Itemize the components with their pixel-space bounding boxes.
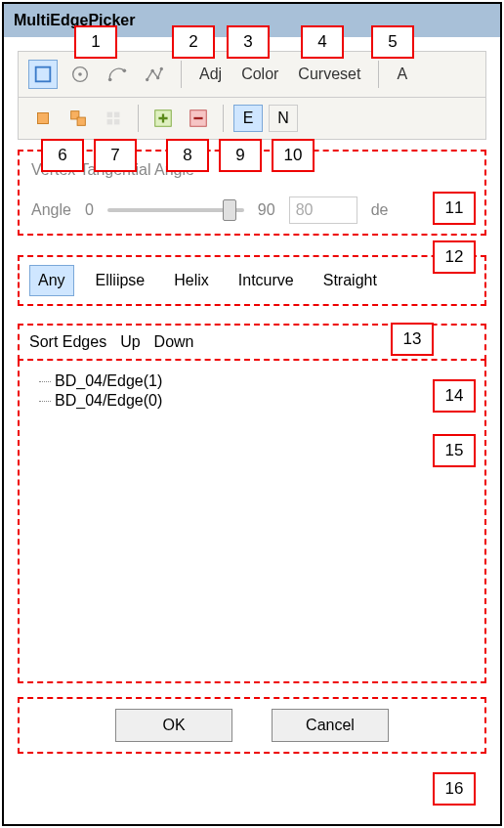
tree-item[interactable]: BD_04/Edge(0)	[39, 392, 465, 410]
callout-2: 2	[172, 25, 215, 59]
curveset-button[interactable]: Curveset	[292, 62, 366, 87]
mode-n-tab[interactable]: N	[269, 105, 298, 132]
svg-point-5	[146, 78, 148, 81]
add-icon[interactable]	[148, 104, 178, 133]
callout-10: 10	[272, 139, 315, 172]
select-multi-icon[interactable]	[63, 104, 93, 133]
filter-any[interactable]: Any	[29, 265, 74, 296]
angle-slider[interactable]	[107, 208, 244, 212]
callout-14: 14	[433, 379, 476, 413]
select-single-icon[interactable]	[28, 104, 58, 133]
callout-4: 4	[301, 25, 344, 59]
svg-point-8	[160, 67, 163, 70]
callout-3: 3	[227, 25, 270, 59]
svg-point-3	[108, 78, 112, 82]
edit-toolbar: E N	[18, 98, 486, 140]
mode-e-tab[interactable]: E	[233, 105, 263, 132]
svg-point-2	[78, 72, 82, 76]
svg-rect-11	[77, 117, 85, 125]
dialog-window: MultiEdgePicker Adj Color Curveset A	[2, 2, 502, 826]
callout-6: 6	[41, 139, 84, 172]
cancel-button[interactable]: Cancel	[272, 709, 389, 742]
callout-7: 7	[94, 139, 137, 172]
sort-up[interactable]: Up	[120, 333, 140, 351]
callout-9: 9	[219, 139, 262, 172]
callout-8: 8	[166, 139, 209, 172]
dialog-buttons: OK Cancel	[18, 697, 486, 754]
filter-helix[interactable]: Helix	[166, 266, 217, 295]
toolbar-divider	[378, 61, 379, 88]
callout-15: 15	[433, 434, 476, 467]
tree-item[interactable]: BD_04/Edge(1)	[39, 372, 465, 390]
box-select-icon[interactable]	[28, 60, 58, 89]
svg-rect-12	[107, 112, 113, 118]
svg-point-4	[123, 69, 127, 73]
callout-13: 13	[391, 323, 434, 356]
adj-button[interactable]: Adj	[193, 62, 228, 87]
toolbar-divider	[223, 105, 224, 132]
callout-16: 16	[433, 772, 476, 806]
callout-5: 5	[371, 25, 414, 59]
filter-intcurve[interactable]: Intcurve	[231, 266, 302, 295]
angle-label: Angle	[31, 201, 71, 219]
sort-label: Sort Edges	[29, 333, 106, 351]
svg-rect-13	[114, 112, 120, 118]
center-point-icon[interactable]	[65, 60, 95, 89]
sort-down[interactable]: Down	[154, 333, 194, 351]
arc-icon[interactable]	[103, 60, 132, 89]
callout-1: 1	[74, 25, 117, 59]
angle-row: Angle 0 90 de	[31, 196, 473, 224]
remove-icon[interactable]	[184, 104, 213, 133]
edge-tree[interactable]: BD_04/Edge(1) BD_04/Edge(0)	[18, 361, 486, 683]
svg-rect-9	[38, 113, 49, 124]
svg-point-6	[151, 69, 154, 72]
slider-thumb-icon[interactable]	[223, 199, 236, 221]
ok-button[interactable]: OK	[115, 709, 232, 742]
callout-11: 11	[433, 192, 476, 225]
filter-straight[interactable]: Straight	[315, 266, 385, 295]
angle-input[interactable]	[289, 196, 357, 224]
toolbar-divider	[181, 61, 182, 88]
svg-point-7	[156, 76, 159, 79]
svg-rect-15	[114, 119, 120, 125]
toolbar-divider	[138, 105, 139, 132]
filter-ellipse[interactable]: Elliipse	[88, 266, 153, 295]
angle-max: 90	[258, 201, 275, 219]
svg-rect-0	[36, 67, 51, 82]
svg-rect-14	[107, 119, 113, 125]
angle-min: 0	[85, 201, 94, 219]
deselect-icon[interactable]	[99, 104, 128, 133]
curve-filter-row: Any Elliipse Helix Intcurve Straight	[18, 255, 486, 306]
polyline-icon[interactable]	[140, 60, 169, 89]
angle-unit: de	[371, 201, 389, 219]
callout-12: 12	[433, 240, 476, 274]
color-button[interactable]: Color	[235, 62, 284, 87]
a-button[interactable]: A	[391, 62, 413, 87]
